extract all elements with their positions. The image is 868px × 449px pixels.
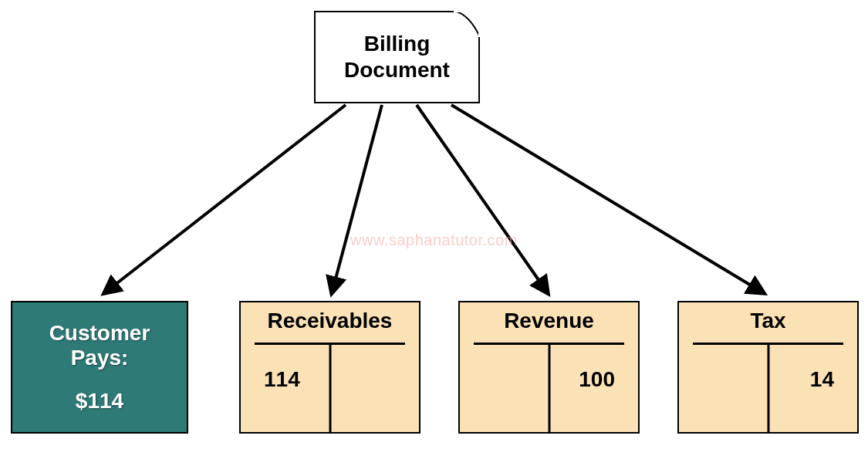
t-account-debit: 114 (264, 367, 300, 392)
svg-marker-0 (454, 11, 480, 37)
billing-document-title: Billing Document (344, 31, 450, 83)
billing-document-node: Billing Document (314, 11, 480, 103)
svg-line-4 (104, 105, 346, 293)
watermark: www.saphanatutor.com (350, 231, 518, 249)
customer-pays-node: Customer Pays: $114 (11, 301, 188, 434)
page-fold-icon (454, 11, 480, 37)
customer-pays-label: Customer Pays: (12, 321, 187, 370)
t-account-title: Tax (679, 302, 857, 333)
t-account-vrule (329, 343, 331, 432)
billing-document-title-line2: Document (344, 58, 450, 82)
t-account-credit: 14 (810, 367, 834, 392)
t-account-vrule (548, 343, 550, 432)
t-account-tax: Tax 14 (677, 301, 859, 434)
customer-pays-label-line1: Customer (49, 321, 150, 345)
t-account-title: Revenue (460, 302, 638, 333)
t-account-credit: 100 (579, 367, 615, 392)
t-account-revenue: Revenue 100 (458, 301, 640, 434)
svg-line-5 (332, 105, 382, 293)
billing-document-title-line1: Billing (364, 32, 431, 56)
customer-pays-label-line2: Pays: (71, 346, 129, 370)
t-account-receivables: Receivables 114 (239, 301, 420, 434)
svg-line-7 (451, 105, 764, 293)
t-account-title: Receivables (241, 302, 419, 333)
svg-line-6 (417, 105, 548, 293)
t-account-vrule (767, 343, 769, 432)
customer-pays-amount: $114 (12, 389, 187, 414)
